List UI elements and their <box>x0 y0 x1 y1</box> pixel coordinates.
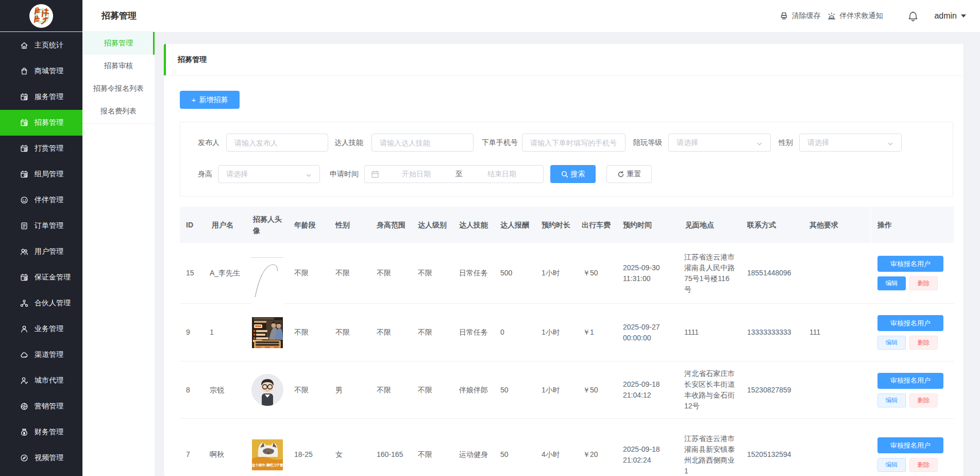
cell-pay-value: 500 <box>500 268 512 278</box>
users-icon <box>20 248 28 256</box>
search-button[interactable]: 搜索 <box>550 165 596 183</box>
sidebar-item-5[interactable]: 打赏管理 <box>0 136 82 161</box>
sidebar-item-14[interactable]: 城市代理 <box>0 368 82 393</box>
cell-fare: ￥1 <box>577 304 617 361</box>
sidebar-item-1[interactable]: 主页统计 <box>0 32 82 58</box>
sidebar-item-15[interactable]: 营销管理 <box>0 393 82 419</box>
edit-button[interactable]: 编辑 <box>877 276 906 290</box>
share-nodes-icon <box>20 299 28 307</box>
cell-contact-value: 15205132594 <box>747 449 791 460</box>
add-recruit-button[interactable]: + 新增招募 <box>180 91 240 109</box>
submenu-item-4[interactable]: 报名费列表 <box>82 100 155 123</box>
sidebar-item-label: 打赏管理 <box>35 144 63 153</box>
edit-button[interactable]: 编辑 <box>877 336 906 350</box>
sidebar-item-12[interactable]: 业务管理 <box>0 316 82 342</box>
cell-id-value: 15 <box>186 268 194 278</box>
sidebar-item-11[interactable]: 合伙人管理 <box>0 290 82 316</box>
column-header-time: 预约时间 <box>617 207 679 243</box>
logo <box>0 0 82 32</box>
sidebar-item-7[interactable]: 伴伴管理 <box>0 187 82 213</box>
cell-place-value: 1111 <box>684 327 699 338</box>
plus-icon: + <box>192 96 196 104</box>
cell-other <box>803 243 870 303</box>
sidebar-item-2[interactable]: 商城管理 <box>0 58 82 84</box>
cell-operations: 审核报名用户编辑删除 <box>871 419 954 476</box>
sidebar-item-17[interactable]: 视频管理 <box>0 445 82 471</box>
sidebar-item-4[interactable]: 招募管理 <box>0 110 82 136</box>
column-header-contact: 联系方式 <box>741 207 803 243</box>
review-applicants-button[interactable]: 审核报名用户 <box>877 256 943 272</box>
cell-id: 8 <box>180 362 206 418</box>
sidebar-item-label: 保证金管理 <box>35 273 71 282</box>
cell-place-value: 河北省石家庄市长安区长丰街道丰收路与金石街12号 <box>684 368 736 412</box>
edit-delete-group: 编辑删除 <box>877 276 938 290</box>
sidebar-item-6[interactable]: 组局管理 <box>0 161 82 187</box>
username-label: admin <box>934 11 957 21</box>
clear-cache-button[interactable]: 清除缓存 <box>780 11 820 21</box>
cell-gender-value: 不限 <box>335 268 350 278</box>
cell-duration: 4小时 <box>535 419 577 476</box>
user-menu[interactable]: admin <box>934 11 966 21</box>
avatar-cat: 就这个操作 薅吧刀子管啊 <box>252 439 283 470</box>
cell-operations: 审核报名用户编辑删除 <box>871 304 954 361</box>
cell-pay: 0 <box>494 304 535 361</box>
submenu-item-1[interactable]: 招募管理 <box>82 32 155 55</box>
sidebar-item-3[interactable]: 服务管理 <box>0 84 82 110</box>
cell-skill-value: 运动健身 <box>459 449 488 460</box>
cell-place: 江苏省连云港市灌南县人民中路75号1号楼116号 <box>679 243 741 303</box>
skill-label: 达人技能 <box>299 134 363 152</box>
sidebar-item-13[interactable]: 渠道管理 <box>0 342 82 368</box>
sidebar-item-label: 财务管理 <box>35 428 63 437</box>
submenu-panel: 招募管理 招募管理招募审核招募令报名列表报名费列表 <box>82 0 155 476</box>
cell-skill: 运动健身 <box>453 419 494 476</box>
sidebar-item-8[interactable]: 订单管理 <box>0 213 82 239</box>
submenu-item-2[interactable]: 招募审核 <box>82 55 155 77</box>
cell-gender: 女 <box>329 419 370 476</box>
delete-button[interactable]: 删除 <box>909 458 938 472</box>
cell-time: 2025-09-30 11:31:00 <box>617 243 679 303</box>
edit-button[interactable]: 编辑 <box>877 393 906 407</box>
rescue-notice-button[interactable]: 伴伴求救通知 <box>827 11 883 21</box>
face-icon <box>20 196 28 204</box>
delete-button[interactable]: 删除 <box>909 393 938 407</box>
sidebar-item-16[interactable]: 财务管理 <box>0 419 82 445</box>
sidebar-item-label: 伴伴管理 <box>35 195 63 205</box>
cell-age-value: 不限 <box>294 268 309 278</box>
submenu-item-3[interactable]: 招募令报名列表 <box>82 77 155 100</box>
notification-bell-button[interactable] <box>908 11 918 22</box>
apply-time-daterange[interactable]: 开始日期 至 结束日期 <box>364 165 544 183</box>
cell-gender-value: 男 <box>335 385 343 396</box>
gender-select[interactable]: 请选择 <box>799 134 902 152</box>
edit-delete-group: 编辑删除 <box>877 458 938 472</box>
cell-level: 不限 <box>412 304 453 361</box>
calendar-clock-icon <box>20 144 28 153</box>
column-header-label: 预约时长 <box>542 219 570 231</box>
cell-age-value: 不限 <box>294 385 309 396</box>
delete-button[interactable]: 删除 <box>909 276 938 290</box>
aperture-icon <box>20 402 28 411</box>
cell-contact-value: 18551448096 <box>747 268 791 278</box>
cell-age: 不限 <box>288 304 329 361</box>
sidebar-item-9[interactable]: 用户管理 <box>0 239 82 265</box>
column-header-id: ID <box>180 207 206 243</box>
gender-select-placeholder: 请选择 <box>807 138 887 147</box>
review-applicants-button[interactable]: 审核报名用户 <box>877 373 943 389</box>
reset-button[interactable]: 重置 <box>606 165 652 183</box>
table-row: 8宗锐不限男不限不限伴娘伴郎501小时￥502025-09-18 21:04:1… <box>180 362 954 419</box>
rescue-notice-label: 伴伴求救通知 <box>839 11 883 21</box>
column-header-level: 达人级别 <box>412 207 453 243</box>
cell-time-value: 2025-09-18 21:02:24 <box>623 444 673 466</box>
home-icon <box>20 41 28 50</box>
sidebar-item-10[interactable]: 保证金管理 <box>0 265 82 290</box>
review-applicants-button[interactable]: 审核报名用户 <box>877 437 943 453</box>
edit-button[interactable]: 编辑 <box>877 458 906 472</box>
gender-label: 性别 <box>737 134 793 152</box>
cell-gender: 男 <box>329 362 370 418</box>
column-header-label: 达人技能 <box>459 219 488 231</box>
apply-time-label: 申请时间 <box>283 165 359 183</box>
cell-gender: 不限 <box>329 243 370 303</box>
clear-cache-label: 清除缓存 <box>791 11 820 21</box>
submenu-title: 招募管理 <box>82 0 155 32</box>
delete-button[interactable]: 删除 <box>909 336 938 350</box>
review-applicants-button[interactable]: 审核报名用户 <box>877 315 943 331</box>
